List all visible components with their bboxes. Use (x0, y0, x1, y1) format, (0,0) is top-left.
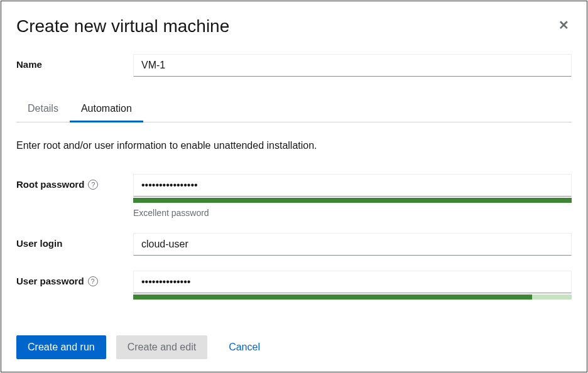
name-input-wrap (133, 54, 572, 77)
modal-footer: Create and run Create and edit Cancel (16, 324, 572, 372)
user-password-label: User password ? (16, 271, 133, 286)
user-password-input[interactable] (133, 271, 572, 293)
root-password-row: Root password ? Excellent password (16, 174, 572, 218)
root-password-strength-fill (133, 198, 572, 203)
root-password-strength-label: Excellent password (133, 208, 572, 218)
root-password-label: Root password ? (16, 174, 133, 190)
user-password-strength-fill (133, 295, 532, 300)
create-and-run-button[interactable]: Create and run (16, 335, 106, 359)
user-login-input[interactable] (133, 233, 572, 256)
root-password-label-text: Root password (16, 179, 84, 190)
user-password-wrap (133, 271, 572, 300)
name-row: Name (16, 54, 572, 77)
tab-details[interactable]: Details (16, 97, 70, 122)
tabs: Details Automation (16, 97, 572, 122)
close-icon: ✕ (558, 18, 569, 32)
name-input[interactable] (133, 54, 572, 77)
root-password-wrap: Excellent password (133, 174, 572, 218)
user-login-label: User login (16, 233, 133, 249)
create-vm-modal: Create new virtual machine ✕ Name Detail… (1, 1, 587, 372)
user-password-strength-bar (133, 295, 572, 300)
user-password-label-text: User password (16, 276, 84, 286)
user-login-wrap (133, 233, 572, 256)
help-icon[interactable]: ? (88, 276, 98, 286)
root-password-input[interactable] (133, 174, 572, 197)
tab-automation[interactable]: Automation (70, 97, 143, 122)
name-label: Name (16, 54, 133, 70)
automation-description: Enter root and/or user information to en… (16, 140, 572, 151)
modal-title: Create new virtual machine (16, 16, 229, 36)
modal-header: Create new virtual machine ✕ (16, 16, 572, 36)
user-password-row: User password ? (16, 271, 572, 300)
user-login-row: User login (16, 233, 572, 256)
help-icon[interactable]: ? (88, 180, 98, 190)
cancel-button[interactable]: Cancel (217, 335, 271, 359)
root-password-strength-bar (133, 198, 572, 203)
create-and-edit-button[interactable]: Create and edit (116, 335, 207, 359)
close-button[interactable]: ✕ (556, 16, 572, 34)
